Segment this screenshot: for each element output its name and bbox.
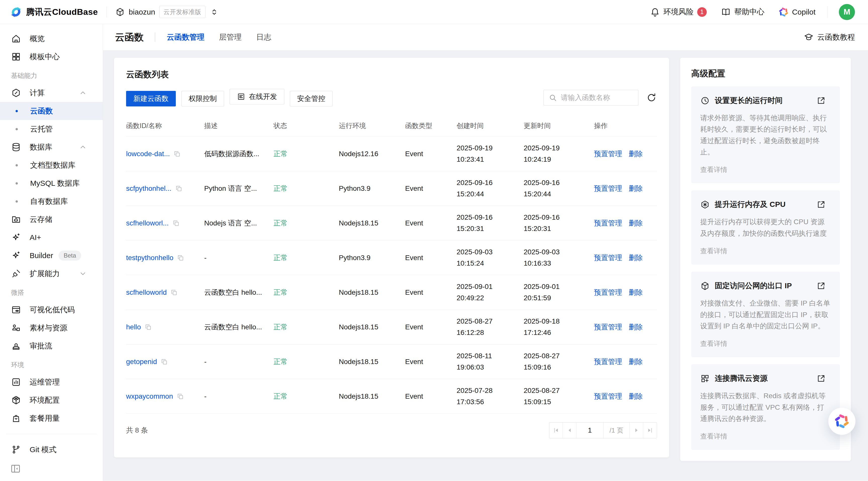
sidebar-subitem-云托管[interactable]: 云托管 (0, 120, 103, 138)
删除-link[interactable]: 删除 (629, 357, 643, 366)
新建云函数-button[interactable]: 新建云函数 (126, 91, 176, 106)
copilot-button[interactable]: Copilot (779, 7, 815, 17)
sidebar-subitem-自有数据库[interactable]: 自有数据库 (0, 192, 103, 211)
cloudbase-logo-icon (10, 6, 22, 18)
function-id-cell: wxpaycommon (126, 392, 204, 400)
删除-link[interactable]: 删除 (629, 184, 643, 193)
sidebar-item-Builder[interactable]: BuilderBeta (0, 247, 103, 265)
first-page-button[interactable] (549, 422, 563, 438)
sidebar-item-套餐用量[interactable]: 套餐用量 (0, 409, 103, 427)
预置管理-link[interactable]: 预置管理 (594, 322, 622, 332)
权限控制-button[interactable]: 权限控制 (181, 91, 224, 106)
copy-icon[interactable] (170, 289, 178, 296)
function-id-link[interactable]: getopenid (126, 358, 157, 366)
预置管理-link[interactable]: 预置管理 (594, 184, 622, 193)
brand: 腾讯云CloudBase (10, 6, 98, 18)
copy-icon[interactable] (172, 219, 180, 227)
删除-link[interactable]: 删除 (629, 218, 643, 228)
sidebar-item-可视化低代码[interactable]: 可视化低代码 (0, 301, 103, 319)
git-icon (11, 445, 21, 455)
copy-icon[interactable] (175, 185, 183, 192)
sidebar-item-概览[interactable]: 概览 (0, 30, 103, 48)
function-id-link[interactable]: hello (126, 323, 141, 331)
user-avatar[interactable]: M (839, 4, 855, 20)
sidebar-item-云存储[interactable]: 云存储 (0, 211, 103, 228)
help-center-button[interactable]: 帮助中心 (721, 7, 765, 17)
删除-link[interactable]: 删除 (629, 149, 643, 159)
external-link-icon[interactable] (816, 374, 826, 383)
预置管理-link[interactable]: 预置管理 (594, 149, 622, 159)
sidebar-collapse-icon[interactable] (10, 463, 21, 474)
column-header: 运行环境 (339, 121, 405, 130)
env-risk-button[interactable]: 环境风险 1 (650, 7, 707, 17)
current-page-input[interactable]: 1 (577, 422, 603, 438)
sidebar-item-环境配置[interactable]: 环境配置 (0, 391, 103, 409)
sidebar-item-数据库[interactable]: 数据库 (0, 138, 103, 156)
function-id-link[interactable]: scfhelloworld (126, 288, 167, 296)
sidebar-item-扩展能力[interactable]: 扩展能力 (0, 265, 103, 283)
tab-层管理[interactable]: 层管理 (219, 32, 242, 42)
function-id-link[interactable]: wxpaycommon (126, 392, 173, 400)
sidebar-item-运维管理[interactable]: 运维管理 (0, 373, 103, 391)
environment-selector[interactable]: biaozun 云开发标准版 (115, 6, 219, 18)
sidebar-section-label: 环境 (0, 356, 103, 373)
copy-icon[interactable] (145, 323, 152, 331)
sidebar-item-AI+[interactable]: AI+ (0, 228, 103, 247)
sidebar-subitem-MySQL 数据库[interactable]: MySQL 数据库 (0, 174, 103, 192)
预置管理-link[interactable]: 预置管理 (594, 288, 622, 297)
advanced-card-desc: 提升运行内存可以获得更大的 CPU 资源及内存额度，加快你的函数代码执行速度 (700, 216, 831, 239)
删除-link[interactable]: 删除 (629, 322, 643, 332)
external-link-icon[interactable] (816, 200, 826, 210)
chevron-up-icon (79, 89, 87, 97)
refresh-icon[interactable] (646, 92, 657, 103)
function-id-link[interactable]: scfpythonhel... (126, 185, 172, 193)
copy-icon[interactable] (177, 254, 184, 262)
删除-link[interactable]: 删除 (629, 392, 643, 401)
function-id-link[interactable]: testpythonhello (126, 254, 173, 262)
advanced-card-header: 设置更长的运行时间 (700, 95, 831, 106)
tab-云函数管理[interactable]: 云函数管理 (167, 32, 205, 42)
external-link-icon[interactable] (816, 281, 826, 291)
external-link-icon[interactable] (816, 96, 826, 105)
view-details-link[interactable]: 查看详情 (700, 165, 831, 174)
copy-icon[interactable] (160, 358, 168, 365)
view-details-link[interactable]: 查看详情 (700, 247, 831, 256)
sidebar-subitem-文档型数据库[interactable]: 文档型数据库 (0, 156, 103, 174)
tutorial-link[interactable]: 云函数教程 (804, 32, 855, 42)
advanced-config-title: 高级配置 (691, 68, 840, 79)
page-header: 云函数 云函数管理层管理日志 云函数教程 (103, 24, 868, 50)
view-details-link[interactable]: 查看详情 (700, 339, 831, 348)
next-page-button[interactable] (630, 422, 643, 438)
sidebar-item-计算[interactable]: 计算 (0, 84, 103, 102)
search-input[interactable] (561, 94, 634, 102)
安全管控-button[interactable]: 安全管控 (290, 91, 333, 106)
copy-icon[interactable] (177, 393, 184, 400)
在线开发-button[interactable]: 在线开发 (229, 89, 284, 104)
sidebar-item-label: 套餐用量 (30, 413, 60, 423)
view-details-link[interactable]: 查看详情 (700, 432, 831, 441)
sidebar-item-Git 模式[interactable]: Git 模式 (0, 441, 103, 459)
function-id-link[interactable]: lowcode-dat... (126, 150, 170, 158)
预置管理-link[interactable]: 预置管理 (594, 357, 622, 366)
预置管理-link[interactable]: 预置管理 (594, 392, 622, 401)
copy-icon[interactable] (173, 150, 181, 158)
function-id-link[interactable]: scfhelloworl... (126, 219, 169, 227)
env-plan-badge: 云开发标准版 (159, 6, 206, 18)
last-page-button[interactable] (643, 422, 657, 438)
预置管理-link[interactable]: 预置管理 (594, 253, 622, 263)
tab-日志[interactable]: 日志 (256, 32, 271, 42)
page-count-label: /1 页 (603, 422, 630, 438)
function-type: Event (405, 358, 457, 366)
list-title: 云函数列表 (126, 69, 657, 80)
sidebar-item-素材与资源[interactable]: 素材与资源 (0, 319, 103, 337)
prev-page-button[interactable] (563, 422, 577, 438)
删除-link[interactable]: 删除 (629, 253, 643, 263)
sidebar-item-模板中心[interactable]: 模板中心 (0, 48, 103, 66)
预置管理-link[interactable]: 预置管理 (594, 218, 622, 228)
sidebar-subitem-云函数[interactable]: 云函数 (0, 102, 103, 120)
删除-link[interactable]: 删除 (629, 288, 643, 297)
sidebar-item-审批流[interactable]: 审批流 (0, 337, 103, 355)
chevron-down-icon (79, 269, 87, 278)
copilot-floating-button[interactable] (828, 408, 856, 435)
sidebar-item-label: 概览 (30, 34, 45, 44)
